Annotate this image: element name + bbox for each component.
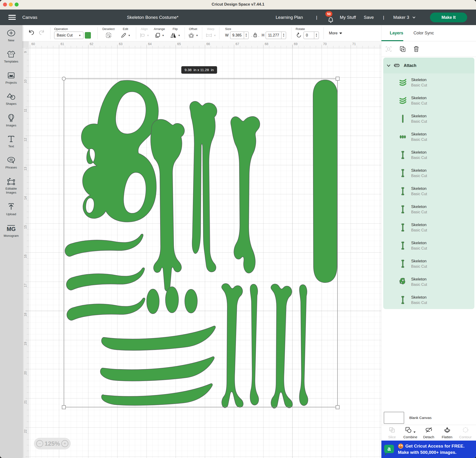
zoom-in-button[interactable]: + [61, 440, 68, 447]
color-swatch[interactable] [85, 32, 91, 39]
sidebar-item-upload[interactable]: Upload [0, 198, 22, 220]
rotate-icon[interactable] [296, 32, 302, 39]
selection-handle-bottom-left[interactable] [62, 405, 66, 409]
rotate-input[interactable]: 0 ▲▼ [304, 32, 319, 39]
flip-button[interactable]: ▼ [170, 32, 180, 39]
redo-icon [38, 30, 45, 36]
arrange-icon [154, 32, 161, 38]
edit-button[interactable]: ▼ [121, 32, 130, 39]
selection-handle-top-right[interactable] [336, 77, 340, 81]
layer-row[interactable]: SkeletonBasic Cut [383, 92, 474, 110]
layer-list: SkeletonBasic CutSkeletonBasic CutSkelet… [383, 73, 474, 309]
layer-row[interactable]: SkeletonBasic Cut [383, 237, 474, 255]
lock-aspect-icon[interactable] [251, 32, 260, 39]
layer-thumbnail-bone-icon [398, 150, 408, 160]
ruler-number: 67 [236, 42, 239, 46]
collapse-chevron-icon[interactable] [387, 64, 391, 67]
layer-name: Skeleton [411, 204, 427, 209]
combine-button[interactable]: Combine [401, 425, 419, 441]
layer-row[interactable]: SkeletonBasic Cut [383, 164, 474, 182]
sidebar-item-new[interactable]: New [0, 25, 22, 46]
app-window: Cricut Design Space v7.44.1 Canvas Skele… [0, 0, 476, 458]
layer-row[interactable]: SkeletonBasic Cut [383, 182, 474, 200]
ruler-number: 71 [352, 42, 356, 46]
cricut-access-banner[interactable]: a Get Cricut Access for FREE. Make with … [381, 441, 476, 458]
templates-icon [7, 50, 16, 58]
sidebar-item-shapes[interactable]: Shapes [0, 89, 22, 110]
tab-layers[interactable]: Layers [390, 31, 403, 35]
banner-text: Get Cricut Access for FREE. Make with 50… [398, 443, 465, 455]
make-it-button[interactable]: Make It [430, 13, 467, 22]
trash-icon[interactable] [413, 46, 419, 52]
contour-button: Contour [456, 425, 475, 441]
width-stepper[interactable]: ▲▼ [244, 32, 248, 39]
blank-canvas-row[interactable]: Blank Canvas [381, 409, 476, 427]
edit-caret-icon: ▼ [128, 34, 130, 37]
sidebar-item-editable-images[interactable]: Editable Images [0, 173, 22, 198]
selection-handle-top-left[interactable] [62, 77, 66, 81]
height-stepper[interactable]: ▲▼ [281, 32, 286, 39]
detach-button[interactable]: Detach [419, 425, 438, 441]
selection-handle-bottom-right[interactable] [336, 405, 340, 409]
layer-row[interactable]: SkeletonBasic Cut [383, 218, 474, 237]
arrange-button[interactable]: ▼ [154, 32, 164, 39]
duplicate-icon[interactable] [399, 46, 406, 52]
layer-row[interactable]: SkeletonBasic Cut [383, 110, 474, 128]
chevron-down-icon [412, 15, 416, 20]
attach-group-header[interactable]: Attach [383, 58, 474, 73]
menu-button[interactable] [8, 9, 16, 25]
select-caret-icon: ▼ [78, 34, 81, 37]
sidebar-item-monogram[interactable]: MGMonogram [0, 220, 22, 242]
upload-icon [7, 202, 15, 211]
shapes-icon [7, 93, 16, 100]
selection-box[interactable] [64, 78, 338, 407]
layer-operation: Basic Cut [411, 264, 427, 269]
layer-row[interactable]: SkeletonBasic Cut [383, 291, 474, 309]
bell-icon [327, 16, 335, 24]
height-input[interactable]: 11.277 ▲▼ [266, 32, 286, 39]
machine-select[interactable]: Maker 3 [393, 9, 416, 25]
ruler-number: 65 [177, 42, 181, 46]
save-link[interactable]: Save [364, 9, 374, 25]
offset-button[interactable]: ▼ [188, 32, 198, 39]
layer-row[interactable]: SkeletonBasic Cut [383, 200, 474, 218]
zoom-level: 125% [45, 440, 60, 447]
sidebar-item-text[interactable]: Text [0, 131, 22, 152]
attach-group: Attach SkeletonBasic CutSkeletonBasic Cu… [383, 58, 474, 309]
sidebar-item-phrases[interactable]: Phrases [0, 152, 22, 173]
operation-select[interactable]: Basic Cut ▼ [54, 32, 84, 39]
ruler-number: 22 [23, 428, 28, 434]
window-title: Cricut Design Space v7.44.1 [0, 2, 476, 7]
star-struck-emoji-icon [398, 443, 403, 449]
action-label: Combine [403, 435, 417, 439]
layer-row[interactable]: SkeletonBasic Cut [383, 128, 474, 146]
more-button[interactable]: More [329, 31, 342, 35]
layer-row[interactable]: SkeletonBasic Cut [383, 273, 474, 291]
layer-row[interactable]: SkeletonBasic Cut [383, 255, 474, 273]
flatten-button[interactable]: Flatten [438, 425, 456, 441]
sidebar-item-templates[interactable]: Templates [0, 46, 22, 67]
layer-row[interactable]: SkeletonBasic Cut [383, 146, 474, 164]
sidebar-item-projects[interactable]: Projects [0, 67, 22, 89]
zoom-out-button[interactable]: − [36, 440, 43, 447]
width-input[interactable]: 9.385 ▲▼ [230, 32, 249, 39]
redo-button[interactable] [38, 30, 45, 37]
learning-plan-link[interactable]: Learning Plan [276, 9, 303, 25]
flip-caret-icon: ▼ [178, 34, 180, 37]
undo-button[interactable] [28, 30, 35, 37]
layer-row[interactable]: SkeletonBasic Cut [383, 73, 474, 92]
rotate-stepper[interactable]: ▲▼ [314, 32, 319, 39]
layer-operation: Basic Cut [411, 156, 427, 160]
my-stuff-link[interactable]: My Stuff [340, 9, 356, 25]
new-icon [7, 29, 16, 37]
sidebar-item-images[interactable]: Images [0, 110, 22, 131]
canvas-nav-label[interactable]: Canvas [22, 9, 37, 25]
layer-operation: Basic Cut [411, 246, 427, 251]
tab-color-sync[interactable]: Color Sync [414, 31, 434, 35]
slice-button: Slice [383, 425, 401, 441]
deselect-button[interactable] [105, 32, 112, 39]
align-button: ▼ [139, 32, 149, 39]
layer-operation: Basic Cut [411, 137, 427, 142]
edit-toolbar: Operation Basic Cut ▼ Deselect Edit ▼ [22, 25, 381, 41]
header-divider-2: | [383, 9, 384, 25]
